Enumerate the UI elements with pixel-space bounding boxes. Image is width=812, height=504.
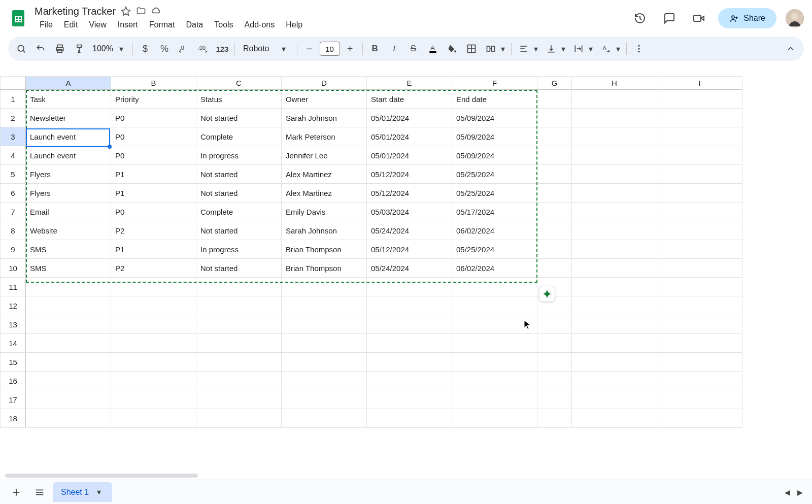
cell[interactable]: Not started [196,184,282,203]
currency-icon[interactable]: $ [136,40,154,58]
cell[interactable] [572,90,657,109]
cell[interactable]: 05/12/2024 [367,184,452,203]
cell[interactable]: Status [196,90,282,109]
row-header[interactable]: 13 [1,315,26,334]
cell[interactable] [657,203,742,221]
cell[interactable] [572,127,657,146]
cell[interactable] [657,372,742,390]
column-header[interactable]: A [26,77,111,90]
column-header[interactable]: H [572,77,657,90]
bold-icon[interactable]: B [366,40,384,58]
move-folder-icon[interactable] [136,6,146,16]
menu-tools[interactable]: Tools [209,18,238,31]
cell[interactable] [196,315,282,334]
menu-view[interactable]: View [84,18,111,31]
cell[interactable] [367,334,452,353]
cell[interactable] [282,372,367,390]
cell[interactable] [196,296,282,315]
cell[interactable]: 05/12/2024 [367,240,452,259]
chevron-down-icon[interactable]: ▾ [613,44,623,54]
cell[interactable]: 05/09/2024 [452,127,537,146]
cell[interactable] [572,240,657,259]
cell[interactable]: Emily Davis [282,203,367,221]
column-header[interactable]: D [282,77,367,90]
cell[interactable] [111,315,196,334]
menu-insert[interactable]: Insert [113,18,143,31]
increase-decimal-icon[interactable]: .00 [194,40,212,58]
cell[interactable] [367,409,452,428]
row-header[interactable]: 12 [1,296,26,315]
cell[interactable]: 05/09/2024 [452,146,537,165]
cell[interactable] [572,372,657,390]
cell[interactable]: 05/12/2024 [367,165,452,184]
cell[interactable]: Not started [196,109,282,127]
row-header[interactable]: 18 [1,409,26,428]
borders-icon[interactable] [462,40,481,58]
cell[interactable] [26,372,111,390]
cell[interactable] [572,409,657,428]
cell[interactable] [657,165,742,184]
cell[interactable]: 05/25/2024 [452,165,537,184]
cell[interactable]: Brian Thompson [282,240,367,259]
cell[interactable] [572,146,657,165]
comments-icon[interactable] [659,8,680,28]
menu-edit[interactable]: Edit [59,18,83,31]
cell[interactable]: Task [26,90,111,109]
column-header[interactable]: B [111,77,196,90]
cell[interactable] [452,372,537,390]
cell[interactable] [26,278,111,296]
cell[interactable] [537,109,572,127]
cell[interactable] [452,353,537,372]
cell[interactable] [452,334,537,353]
cell[interactable] [26,409,111,428]
cell[interactable] [282,409,367,428]
cell[interactable] [572,221,657,240]
cell[interactable] [572,259,657,278]
spreadsheet-grid[interactable]: ABCDEFGHI1TaskPriorityStatusOwnerStart d… [0,76,742,428]
increase-font-icon[interactable]: + [341,40,359,58]
cell[interactable] [452,278,537,296]
cell[interactable]: Sarah Johnson [282,109,367,127]
cell[interactable]: 06/02/2024 [452,221,537,240]
cell[interactable] [26,390,111,409]
scroll-right-icon[interactable]: ▶ [797,488,803,496]
row-header[interactable]: 2 [1,109,26,127]
cell[interactable] [657,221,742,240]
sheet-tab[interactable]: Sheet 1 ▾ [53,482,112,502]
row-header[interactable]: 15 [1,353,26,372]
cell[interactable]: Email [26,203,111,221]
cell[interactable]: Not started [196,165,282,184]
more-toolbar-icon[interactable] [630,40,648,58]
cell[interactable] [367,315,452,334]
cell[interactable] [572,315,657,334]
cell[interactable]: 05/25/2024 [452,184,537,203]
cell[interactable]: P1 [111,184,196,203]
cell[interactable] [572,278,657,296]
cell[interactable] [572,203,657,221]
row-header[interactable]: 14 [1,334,26,353]
cell[interactable] [537,372,572,390]
horizontal-align-icon[interactable] [515,40,533,58]
cell[interactable] [572,184,657,203]
row-header[interactable]: 3 [1,127,26,146]
cell[interactable] [367,278,452,296]
cell[interactable]: Flyers [26,165,111,184]
cell[interactable]: In progress [196,240,282,259]
cell[interactable]: Jennifer Lee [282,146,367,165]
cell[interactable]: 05/03/2024 [367,203,452,221]
cell[interactable] [111,372,196,390]
menu-data[interactable]: Data [181,18,208,31]
cell[interactable] [452,296,537,315]
cell[interactable]: End date [452,90,537,109]
row-header[interactable]: 16 [1,372,26,390]
row-header[interactable]: 11 [1,278,26,296]
merge-cells-icon[interactable] [482,40,500,58]
cell[interactable] [282,278,367,296]
row-header[interactable]: 8 [1,221,26,240]
cell[interactable] [657,353,742,372]
chevron-down-icon[interactable]: ▾ [498,44,508,54]
cell[interactable] [537,90,572,109]
cell[interactable] [111,334,196,353]
cell[interactable] [111,390,196,409]
cell[interactable] [657,240,742,259]
